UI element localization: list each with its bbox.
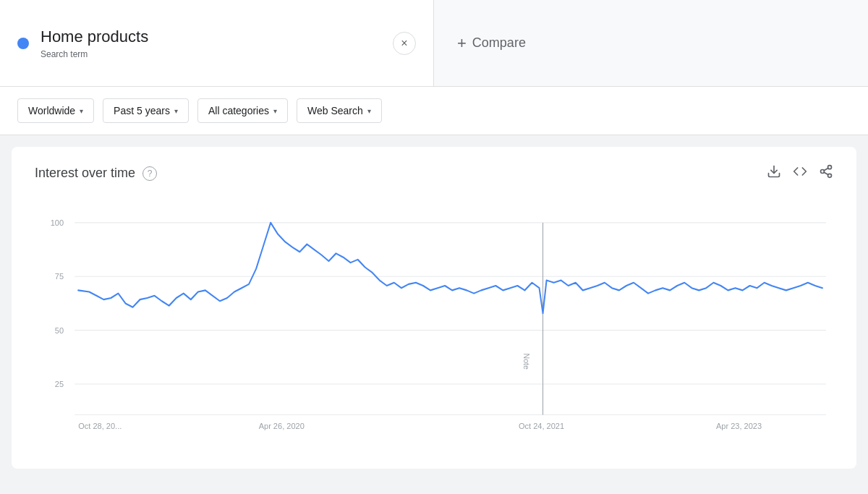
search-term-left: Home products Search term — [17, 27, 148, 59]
svg-text:75: 75 — [55, 272, 64, 281]
svg-text:100: 100 — [51, 218, 64, 227]
search-term-label: Home products — [41, 27, 148, 48]
share-icon[interactable] — [819, 164, 833, 182]
compare-box: + Compare — [434, 0, 868, 86]
compare-label: Compare — [472, 35, 526, 51]
chart-svg: 100 75 50 25 Note Oct 28, 20... Apr 26, … — [35, 200, 833, 446]
search-term-box: Home products Search term × — [0, 0, 434, 86]
search-term-text: Home products Search term — [41, 27, 148, 59]
embed-icon[interactable] — [793, 164, 807, 182]
region-chevron: ▾ — [80, 107, 83, 115]
chart-header: Interest over time ? — [35, 164, 833, 182]
svg-text:Oct 24, 2021: Oct 24, 2021 — [519, 421, 564, 430]
region-filter[interactable]: Worldwide ▾ — [17, 98, 94, 123]
category-chevron: ▾ — [273, 107, 277, 115]
search-type-label: Web Search — [307, 105, 363, 116]
chart-title-group: Interest over time ? — [35, 166, 157, 181]
region-label: Worldwide — [28, 105, 75, 116]
svg-text:Apr 23, 2023: Apr 23, 2023 — [716, 421, 762, 430]
category-label: All categories — [208, 105, 269, 116]
close-icon: × — [401, 37, 407, 50]
svg-text:50: 50 — [55, 326, 64, 335]
plus-icon: + — [457, 34, 467, 53]
chart-title: Interest over time — [35, 166, 135, 181]
search-type-filter[interactable]: Web Search ▾ — [297, 98, 382, 123]
compare-button[interactable]: + Compare — [457, 34, 526, 53]
svg-text:Oct 28, 20...: Oct 28, 20... — [78, 421, 122, 430]
category-filter[interactable]: All categories ▾ — [197, 98, 288, 123]
term-color-dot — [17, 38, 29, 49]
svg-line-5 — [824, 168, 828, 170]
chart-actions — [767, 164, 833, 182]
time-chevron: ▾ — [174, 107, 178, 115]
svg-text:25: 25 — [55, 380, 64, 388]
close-button[interactable]: × — [393, 32, 416, 55]
time-filter[interactable]: Past 5 years ▾ — [103, 98, 189, 123]
chart-section: Interest over time ? — [12, 147, 856, 469]
search-term-sublabel: Search term — [41, 49, 148, 59]
time-label: Past 5 years — [114, 105, 170, 116]
filters-bar: Worldwide ▾ Past 5 years ▾ All categorie… — [0, 87, 868, 135]
chart-container: 100 75 50 25 Note Oct 28, 20... Apr 26, … — [35, 200, 833, 446]
svg-text:Note: Note — [523, 354, 531, 370]
top-bar: Home products Search term × + Compare — [0, 0, 868, 87]
help-icon[interactable]: ? — [142, 166, 157, 181]
svg-line-4 — [824, 172, 828, 174]
search-type-chevron: ▾ — [367, 107, 371, 115]
svg-text:Apr 26, 2020: Apr 26, 2020 — [259, 421, 305, 430]
download-icon[interactable] — [767, 164, 781, 182]
